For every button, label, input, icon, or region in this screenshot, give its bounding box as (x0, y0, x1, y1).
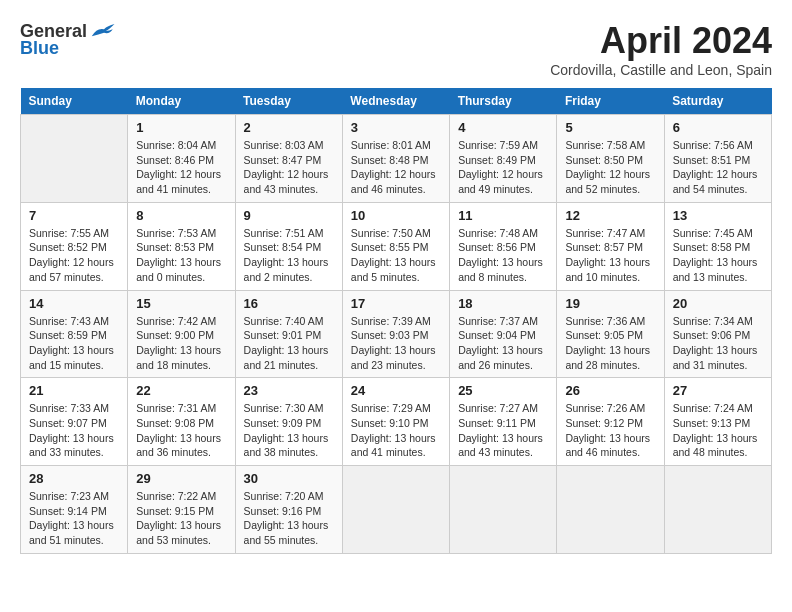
day-info: Sunrise: 7:31 AMSunset: 9:08 PMDaylight:… (136, 401, 226, 460)
day-number: 28 (29, 471, 119, 486)
calendar-table: SundayMondayTuesdayWednesdayThursdayFrid… (20, 88, 772, 554)
page-subtitle: Cordovilla, Castille and Leon, Spain (550, 62, 772, 78)
day-number: 12 (565, 208, 655, 223)
calendar-cell: 6Sunrise: 7:56 AMSunset: 8:51 PMDaylight… (664, 115, 771, 203)
calendar-cell: 11Sunrise: 7:48 AMSunset: 8:56 PMDayligh… (450, 202, 557, 290)
calendar-cell: 22Sunrise: 7:31 AMSunset: 9:08 PMDayligh… (128, 378, 235, 466)
calendar-cell: 23Sunrise: 7:30 AMSunset: 9:09 PMDayligh… (235, 378, 342, 466)
day-number: 17 (351, 296, 441, 311)
day-number: 14 (29, 296, 119, 311)
day-number: 16 (244, 296, 334, 311)
calendar-cell: 7Sunrise: 7:55 AMSunset: 8:52 PMDaylight… (21, 202, 128, 290)
calendar-cell: 24Sunrise: 7:29 AMSunset: 9:10 PMDayligh… (342, 378, 449, 466)
calendar-cell: 30Sunrise: 7:20 AMSunset: 9:16 PMDayligh… (235, 466, 342, 554)
calendar-cell (557, 466, 664, 554)
day-number: 27 (673, 383, 763, 398)
calendar-cell: 27Sunrise: 7:24 AMSunset: 9:13 PMDayligh… (664, 378, 771, 466)
day-info: Sunrise: 7:42 AMSunset: 9:00 PMDaylight:… (136, 314, 226, 373)
calendar-cell: 12Sunrise: 7:47 AMSunset: 8:57 PMDayligh… (557, 202, 664, 290)
calendar-cell: 16Sunrise: 7:40 AMSunset: 9:01 PMDayligh… (235, 290, 342, 378)
weekday-header: Saturday (664, 88, 771, 115)
calendar-cell: 2Sunrise: 8:03 AMSunset: 8:47 PMDaylight… (235, 115, 342, 203)
calendar-cell (21, 115, 128, 203)
calendar-week-row: 28Sunrise: 7:23 AMSunset: 9:14 PMDayligh… (21, 466, 772, 554)
title-area: April 2024 Cordovilla, Castille and Leon… (550, 20, 772, 78)
calendar-cell (450, 466, 557, 554)
calendar-cell: 19Sunrise: 7:36 AMSunset: 9:05 PMDayligh… (557, 290, 664, 378)
calendar-cell: 3Sunrise: 8:01 AMSunset: 8:48 PMDaylight… (342, 115, 449, 203)
logo-bird-icon (90, 20, 118, 42)
day-number: 7 (29, 208, 119, 223)
calendar-cell: 17Sunrise: 7:39 AMSunset: 9:03 PMDayligh… (342, 290, 449, 378)
day-info: Sunrise: 7:47 AMSunset: 8:57 PMDaylight:… (565, 226, 655, 285)
calendar-cell: 18Sunrise: 7:37 AMSunset: 9:04 PMDayligh… (450, 290, 557, 378)
calendar-cell: 5Sunrise: 7:58 AMSunset: 8:50 PMDaylight… (557, 115, 664, 203)
day-number: 4 (458, 120, 548, 135)
calendar-cell: 10Sunrise: 7:50 AMSunset: 8:55 PMDayligh… (342, 202, 449, 290)
day-number: 11 (458, 208, 548, 223)
day-info: Sunrise: 7:45 AMSunset: 8:58 PMDaylight:… (673, 226, 763, 285)
day-number: 20 (673, 296, 763, 311)
day-number: 6 (673, 120, 763, 135)
weekday-header: Friday (557, 88, 664, 115)
calendar-cell: 21Sunrise: 7:33 AMSunset: 9:07 PMDayligh… (21, 378, 128, 466)
calendar-cell: 20Sunrise: 7:34 AMSunset: 9:06 PMDayligh… (664, 290, 771, 378)
day-info: Sunrise: 7:36 AMSunset: 9:05 PMDaylight:… (565, 314, 655, 373)
day-number: 15 (136, 296, 226, 311)
day-info: Sunrise: 7:43 AMSunset: 8:59 PMDaylight:… (29, 314, 119, 373)
calendar-cell (664, 466, 771, 554)
day-number: 3 (351, 120, 441, 135)
day-info: Sunrise: 7:37 AMSunset: 9:04 PMDaylight:… (458, 314, 548, 373)
day-info: Sunrise: 8:04 AMSunset: 8:46 PMDaylight:… (136, 138, 226, 197)
day-number: 23 (244, 383, 334, 398)
calendar-cell: 13Sunrise: 7:45 AMSunset: 8:58 PMDayligh… (664, 202, 771, 290)
day-info: Sunrise: 7:26 AMSunset: 9:12 PMDaylight:… (565, 401, 655, 460)
logo-blue-text: Blue (20, 38, 59, 59)
day-number: 13 (673, 208, 763, 223)
day-info: Sunrise: 7:23 AMSunset: 9:14 PMDaylight:… (29, 489, 119, 548)
day-info: Sunrise: 7:24 AMSunset: 9:13 PMDaylight:… (673, 401, 763, 460)
weekday-header: Tuesday (235, 88, 342, 115)
day-number: 5 (565, 120, 655, 135)
day-number: 1 (136, 120, 226, 135)
day-info: Sunrise: 8:03 AMSunset: 8:47 PMDaylight:… (244, 138, 334, 197)
calendar-cell: 8Sunrise: 7:53 AMSunset: 8:53 PMDaylight… (128, 202, 235, 290)
day-info: Sunrise: 7:27 AMSunset: 9:11 PMDaylight:… (458, 401, 548, 460)
day-number: 18 (458, 296, 548, 311)
calendar-cell: 29Sunrise: 7:22 AMSunset: 9:15 PMDayligh… (128, 466, 235, 554)
calendar-cell: 1Sunrise: 8:04 AMSunset: 8:46 PMDaylight… (128, 115, 235, 203)
day-info: Sunrise: 7:33 AMSunset: 9:07 PMDaylight:… (29, 401, 119, 460)
day-info: Sunrise: 7:29 AMSunset: 9:10 PMDaylight:… (351, 401, 441, 460)
day-info: Sunrise: 7:34 AMSunset: 9:06 PMDaylight:… (673, 314, 763, 373)
day-info: Sunrise: 7:59 AMSunset: 8:49 PMDaylight:… (458, 138, 548, 197)
day-info: Sunrise: 7:30 AMSunset: 9:09 PMDaylight:… (244, 401, 334, 460)
day-number: 2 (244, 120, 334, 135)
day-info: Sunrise: 7:40 AMSunset: 9:01 PMDaylight:… (244, 314, 334, 373)
day-info: Sunrise: 7:55 AMSunset: 8:52 PMDaylight:… (29, 226, 119, 285)
calendar-header-row: SundayMondayTuesdayWednesdayThursdayFrid… (21, 88, 772, 115)
day-number: 24 (351, 383, 441, 398)
calendar-cell: 4Sunrise: 7:59 AMSunset: 8:49 PMDaylight… (450, 115, 557, 203)
day-info: Sunrise: 7:22 AMSunset: 9:15 PMDaylight:… (136, 489, 226, 548)
calendar-week-row: 21Sunrise: 7:33 AMSunset: 9:07 PMDayligh… (21, 378, 772, 466)
weekday-header: Monday (128, 88, 235, 115)
calendar-cell: 25Sunrise: 7:27 AMSunset: 9:11 PMDayligh… (450, 378, 557, 466)
day-info: Sunrise: 7:56 AMSunset: 8:51 PMDaylight:… (673, 138, 763, 197)
day-info: Sunrise: 7:51 AMSunset: 8:54 PMDaylight:… (244, 226, 334, 285)
day-info: Sunrise: 7:58 AMSunset: 8:50 PMDaylight:… (565, 138, 655, 197)
day-number: 8 (136, 208, 226, 223)
calendar-cell: 28Sunrise: 7:23 AMSunset: 9:14 PMDayligh… (21, 466, 128, 554)
calendar-cell: 9Sunrise: 7:51 AMSunset: 8:54 PMDaylight… (235, 202, 342, 290)
calendar-week-row: 1Sunrise: 8:04 AMSunset: 8:46 PMDaylight… (21, 115, 772, 203)
calendar-cell: 14Sunrise: 7:43 AMSunset: 8:59 PMDayligh… (21, 290, 128, 378)
day-number: 29 (136, 471, 226, 486)
day-number: 19 (565, 296, 655, 311)
day-info: Sunrise: 7:50 AMSunset: 8:55 PMDaylight:… (351, 226, 441, 285)
day-number: 30 (244, 471, 334, 486)
weekday-header: Sunday (21, 88, 128, 115)
day-number: 26 (565, 383, 655, 398)
day-number: 25 (458, 383, 548, 398)
day-number: 9 (244, 208, 334, 223)
day-number: 21 (29, 383, 119, 398)
page-header: General Blue April 2024 Cordovilla, Cast… (20, 20, 772, 78)
